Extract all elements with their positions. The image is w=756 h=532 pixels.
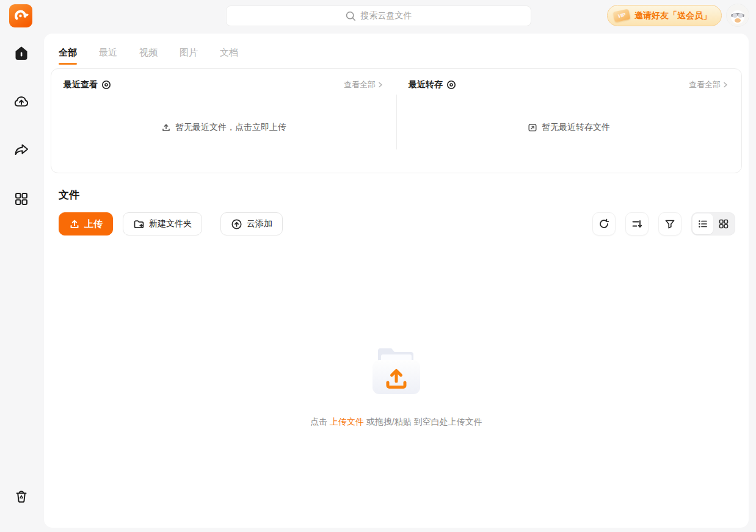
main-panel: 全部 最近 视频 图片 文档 最近查看 查看全部 <box>44 34 749 528</box>
chevron-right-icon <box>377 81 384 88</box>
view-all-recent-saved[interactable]: 查看全部 <box>689 79 729 90</box>
recent-viewed-empty[interactable]: 暂无最近文件，点击立即上传 <box>64 90 384 164</box>
recent-viewed-section: 最近查看 查看全部 暂无最近文件，点击立即上传 <box>51 69 396 173</box>
tab-recent[interactable]: 最近 <box>99 47 117 66</box>
cloud-add-icon <box>231 218 242 230</box>
invite-friends-button[interactable]: VIP 邀请好友「送会员」 <box>607 5 722 26</box>
file-type-tabs: 全部 最近 视频 图片 文档 <box>44 34 749 66</box>
empty-caption: 点击 上传文件 或拖拽/粘贴 到空白处上传文件 <box>44 417 749 428</box>
refresh-button[interactable] <box>592 212 616 235</box>
search-placeholder: 搜索云盘文件 <box>361 10 412 21</box>
app-logo-icon[interactable] <box>9 4 32 27</box>
cloud-upload-icon[interactable] <box>13 93 30 110</box>
search-input[interactable]: 搜索云盘文件 <box>226 5 531 26</box>
search-icon <box>346 11 356 21</box>
visibility-toggle-icon[interactable] <box>101 80 111 90</box>
apps-grid-icon[interactable] <box>13 190 30 207</box>
vip-card-icon: VIP <box>613 9 631 22</box>
new-folder-icon <box>133 218 145 230</box>
empty-folder-illustration <box>365 343 428 398</box>
list-view-icon[interactable] <box>692 214 713 234</box>
grid-view-icon[interactable] <box>713 214 734 234</box>
recent-panel: 最近查看 查看全部 暂无最近文件，点击立即上传 <box>51 68 742 173</box>
recent-saved-title: 最近转存 <box>409 79 443 90</box>
transfer-save-icon <box>528 123 537 132</box>
view-all-recent-viewed[interactable]: 查看全部 <box>344 79 384 90</box>
home-icon[interactable] <box>13 45 30 62</box>
invite-friends-label: 邀请好友「送会员」 <box>634 10 711 21</box>
upload-button[interactable]: 上传 <box>59 212 113 235</box>
share-icon[interactable] <box>13 141 30 158</box>
tab-images[interactable]: 图片 <box>180 47 198 66</box>
recent-saved-empty: 暂无最近转存文件 <box>409 90 729 164</box>
view-tools <box>592 212 735 235</box>
files-toolbar: 上传 新建文件夹 云添加 <box>59 212 735 235</box>
sidebar <box>0 32 44 532</box>
user-avatar[interactable] <box>726 4 749 27</box>
upload-icon <box>69 218 80 229</box>
top-bar: 搜索云盘文件 VIP 邀请好友「送会员」 <box>0 0 756 32</box>
tab-videos[interactable]: 视频 <box>139 47 158 66</box>
tab-documents[interactable]: 文档 <box>220 47 238 66</box>
filter-button[interactable] <box>658 212 681 235</box>
chevron-right-icon <box>722 81 729 88</box>
tab-all[interactable]: 全部 <box>59 47 77 66</box>
trash-icon[interactable] <box>13 488 30 505</box>
recent-viewed-title: 最近查看 <box>64 79 98 90</box>
sort-button[interactable] <box>625 212 649 235</box>
recent-saved-section: 最近转存 查看全部 暂无最近转存文件 <box>396 69 741 173</box>
upload-file-link[interactable]: 上传文件 <box>330 417 364 426</box>
panel-divider <box>396 95 397 149</box>
new-folder-button[interactable]: 新建文件夹 <box>123 212 202 235</box>
empty-file-area[interactable]: 点击 上传文件 或拖拽/粘贴 到空白处上传文件 <box>44 343 749 428</box>
files-section-title: 文件 <box>59 188 734 202</box>
view-mode-toggle <box>691 212 735 235</box>
upload-small-icon <box>161 123 171 132</box>
cloud-add-button[interactable]: 云添加 <box>220 212 283 235</box>
visibility-toggle-icon[interactable] <box>446 80 456 90</box>
